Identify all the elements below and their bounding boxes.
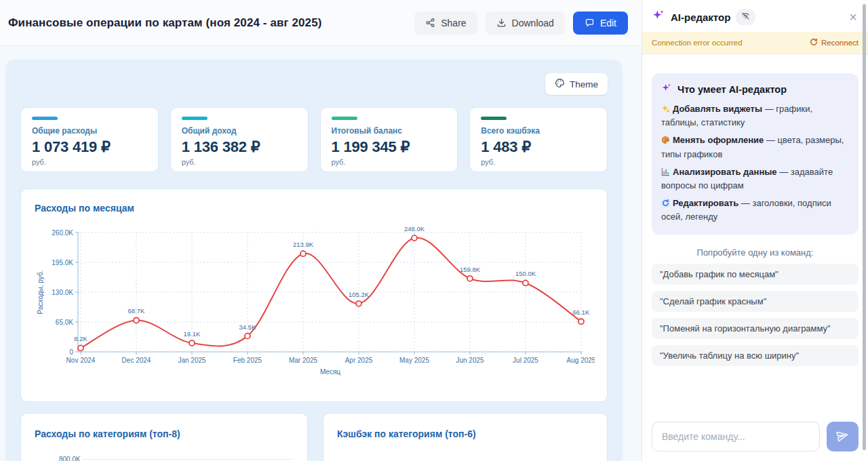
stat-accent-bar [182, 117, 208, 120]
chart-title: Расходы по месяцам [35, 203, 593, 214]
main-column: Финансовые операции по картам (ноя 2024 … [0, 0, 642, 461]
stat-accent-bar [481, 117, 507, 120]
stat-cards-row: Общие расходы 1 073 419 ₽ руб. Общий дох… [20, 107, 608, 172]
command-chip-make-red[interactable]: "Сделай график красным" [652, 291, 859, 312]
x-tick-label: Jul 2025 [513, 357, 538, 364]
ai-panel-title: AI-редактор [671, 12, 730, 23]
share-label: Share [441, 18, 466, 28]
chat-icon [585, 18, 595, 28]
panel-scrollbar[interactable] [863, 4, 866, 450]
share-button[interactable]: Share [414, 12, 477, 35]
top-bar: Финансовые операции по картам (ноя 2024 … [0, 0, 642, 46]
download-button[interactable]: Download [486, 12, 565, 35]
features-heading: Что умеет AI-редактор [677, 84, 787, 95]
close-panel-button[interactable]: × [849, 10, 857, 24]
command-chip-horizontal[interactable]: "Поменяй на горизонтальную диаграмму" [652, 318, 859, 339]
command-input[interactable] [652, 422, 820, 452]
command-chip-widen-table[interactable]: "Увеличь таблицу на всю ширину" [652, 345, 859, 366]
sparkles-icon [661, 104, 670, 117]
stat-accent-bar [32, 117, 58, 120]
commands-heading: Попробуйте одну из команд: [642, 247, 868, 258]
stat-card-total-expenses: Общие расходы 1 073 419 ₽ руб. [20, 107, 159, 172]
x-tick-label: Apr 2025 [345, 357, 373, 364]
x-tick-label: Nov 2024 [66, 357, 96, 364]
data-point[interactable] [356, 301, 361, 306]
feature-change-style: Менять оформление — цвета, размеры, типы… [661, 134, 849, 160]
ai-panel-header: AI-редактор × [642, 0, 868, 32]
wifi-off-icon [741, 11, 750, 23]
y-tick-label: 130.0K [52, 289, 73, 296]
connection-error-banner: Connection error occurred Reconnect [642, 32, 868, 54]
stat-value: 1 199 345 ₽ [332, 138, 447, 156]
monthly-expenses-chart-card: Расходы по месяцам 065.0K130.0K195.0K260… [20, 188, 608, 402]
data-point[interactable] [467, 276, 473, 281]
x-tick-label: Dec 2024 [122, 357, 151, 364]
feature-add-widgets: Добавлять виджеты — графики, таблицы, ст… [661, 103, 849, 129]
data-point-label: 8.2K [74, 335, 87, 342]
chart-title: Кэшбэк по категориям (топ-6) [337, 428, 593, 439]
error-text: Connection error occurred [652, 39, 743, 47]
refresh-arrows-icon [661, 199, 670, 211]
stat-unit: руб. [481, 158, 596, 166]
theme-label: Theme [570, 79, 598, 89]
connection-status-badge [736, 9, 755, 25]
y-tick-label: 65.0K [56, 319, 73, 326]
data-point[interactable] [189, 340, 195, 346]
chart-title: Расходы по категориям (топ-8) [35, 428, 294, 439]
data-point-label: 68.7K [128, 307, 145, 315]
data-point[interactable] [578, 319, 584, 324]
ai-features-box: Что умеет AI-редактор Добавлять виджеты … [652, 73, 859, 235]
x-tick-label: Jun 2025 [456, 357, 484, 364]
theme-button[interactable]: Theme [545, 73, 608, 95]
data-point[interactable] [523, 280, 528, 285]
edit-button[interactable]: Edit [573, 12, 628, 35]
reconnect-button[interactable]: Reconnect [810, 38, 859, 47]
data-point-label: 150.0K [515, 270, 536, 277]
bar-chart-icon [661, 167, 670, 180]
dashboard-panel: Theme Общие расходы 1 073 419 ₽ руб. Общ… [5, 60, 623, 461]
data-point-label: 34.5K [239, 323, 256, 331]
x-axis-title: Месяц [320, 368, 340, 376]
download-label: Download [512, 18, 554, 28]
download-icon [496, 18, 507, 28]
palette-icon [555, 78, 565, 90]
stat-value: 1 073 419 ₽ [32, 138, 147, 156]
data-point-label: 248.0K [404, 225, 425, 233]
stat-card-total-cashback: Всего кэшбэка 1 483 ₽ руб. [469, 107, 608, 172]
cashback-by-category-card: Кэшбэк по категориям (топ-6) [323, 413, 608, 461]
y-tick-label: 260.0K [52, 229, 73, 237]
send-button[interactable] [827, 422, 859, 452]
stat-value: 1 483 ₽ [481, 138, 596, 156]
y-axis-title: Расходы, руб. [37, 270, 44, 315]
data-point-label: 213.9K [293, 241, 314, 248]
stat-accent-bar [332, 117, 357, 120]
monthly-expenses-line-chart: 065.0K130.0K195.0K260.0KNov 2024Dec 2024… [35, 222, 595, 388]
edit-label: Edit [600, 18, 616, 28]
data-point[interactable] [78, 345, 83, 350]
gridline [83, 459, 292, 460]
data-point[interactable] [134, 317, 139, 323]
reconnect-label: Reconnect [821, 39, 859, 47]
y-tick-label: 195.0K [52, 259, 73, 266]
share-icon [425, 18, 435, 28]
stat-label: Итоговый баланс [332, 126, 447, 136]
feature-analyze-data: Анализировать данные — задавайте вопросы… [661, 166, 849, 192]
sparkle-icon [661, 83, 672, 96]
page-title: Финансовые операции по картам (ноя 2024 … [8, 16, 321, 30]
data-point[interactable] [245, 334, 250, 339]
expenses-line [81, 238, 581, 348]
x-tick-label: Aug 2025 [567, 357, 595, 364]
data-point-label: 159.8K [460, 266, 481, 273]
data-point[interactable] [300, 251, 306, 256]
stat-label: Всего кэшбэка [481, 126, 596, 136]
ai-sparkle-icon [652, 9, 665, 25]
stat-card-total-income: Общий доход 1 136 382 ₽ руб. [170, 107, 309, 172]
data-point[interactable] [412, 235, 417, 241]
partial-axis: 800.0K [59, 456, 292, 461]
stat-unit: руб. [32, 158, 147, 166]
data-point-label: 66.1K [573, 308, 590, 316]
x-tick-label: Feb 2025 [233, 357, 262, 364]
command-chip-add-chart[interactable]: "Добавь график по месяцам" [652, 264, 859, 285]
command-input-row [652, 422, 859, 452]
x-tick-label: Jan 2025 [178, 357, 206, 364]
